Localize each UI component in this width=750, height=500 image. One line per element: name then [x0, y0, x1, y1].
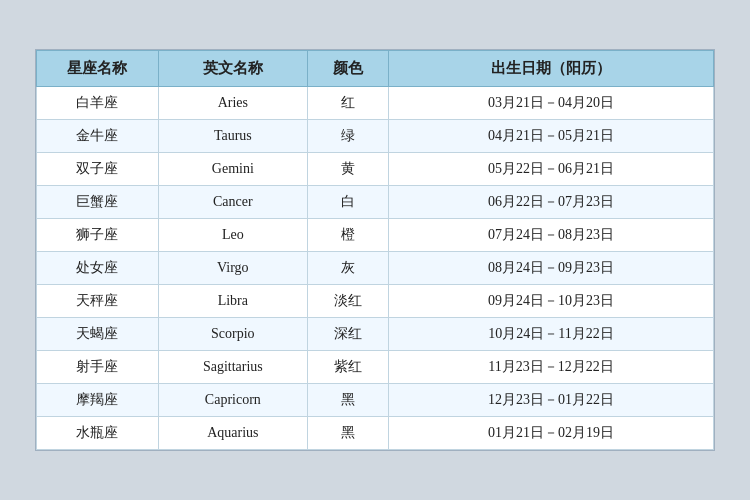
table-row: 水瓶座Aquarius黑01月21日－02月19日: [37, 417, 714, 450]
cell-english: Aries: [158, 87, 307, 120]
cell-date: 07月24日－08月23日: [389, 219, 714, 252]
cell-english: Cancer: [158, 186, 307, 219]
cell-chinese: 巨蟹座: [37, 186, 159, 219]
cell-color: 红: [307, 87, 388, 120]
cell-chinese: 摩羯座: [37, 384, 159, 417]
cell-english: Sagittarius: [158, 351, 307, 384]
cell-color: 橙: [307, 219, 388, 252]
cell-chinese: 白羊座: [37, 87, 159, 120]
table-body: 白羊座Aries红03月21日－04月20日金牛座Taurus绿04月21日－0…: [37, 87, 714, 450]
table-row: 天蝎座Scorpio深红10月24日－11月22日: [37, 318, 714, 351]
table-row: 天秤座Libra淡红09月24日－10月23日: [37, 285, 714, 318]
cell-color: 紫红: [307, 351, 388, 384]
cell-chinese: 射手座: [37, 351, 159, 384]
cell-date: 04月21日－05月21日: [389, 120, 714, 153]
table-row: 金牛座Taurus绿04月21日－05月21日: [37, 120, 714, 153]
table-row: 摩羯座Capricorn黑12月23日－01月22日: [37, 384, 714, 417]
cell-color: 白: [307, 186, 388, 219]
cell-date: 01月21日－02月19日: [389, 417, 714, 450]
cell-date: 09月24日－10月23日: [389, 285, 714, 318]
header-date: 出生日期（阳历）: [389, 51, 714, 87]
cell-chinese: 双子座: [37, 153, 159, 186]
cell-english: Leo: [158, 219, 307, 252]
header-english: 英文名称: [158, 51, 307, 87]
cell-color: 绿: [307, 120, 388, 153]
table-header-row: 星座名称 英文名称 颜色 出生日期（阳历）: [37, 51, 714, 87]
zodiac-table-container: 星座名称 英文名称 颜色 出生日期（阳历） 白羊座Aries红03月21日－04…: [35, 49, 715, 451]
table-row: 白羊座Aries红03月21日－04月20日: [37, 87, 714, 120]
table-row: 巨蟹座Cancer白06月22日－07月23日: [37, 186, 714, 219]
zodiac-table: 星座名称 英文名称 颜色 出生日期（阳历） 白羊座Aries红03月21日－04…: [36, 50, 714, 450]
cell-english: Virgo: [158, 252, 307, 285]
table-row: 双子座Gemini黄05月22日－06月21日: [37, 153, 714, 186]
cell-color: 黄: [307, 153, 388, 186]
cell-english: Aquarius: [158, 417, 307, 450]
cell-color: 淡红: [307, 285, 388, 318]
cell-date: 10月24日－11月22日: [389, 318, 714, 351]
cell-color: 黑: [307, 417, 388, 450]
cell-chinese: 天秤座: [37, 285, 159, 318]
table-row: 射手座Sagittarius紫红11月23日－12月22日: [37, 351, 714, 384]
header-color: 颜色: [307, 51, 388, 87]
table-row: 狮子座Leo橙07月24日－08月23日: [37, 219, 714, 252]
cell-english: Scorpio: [158, 318, 307, 351]
cell-chinese: 狮子座: [37, 219, 159, 252]
table-row: 处女座Virgo灰08月24日－09月23日: [37, 252, 714, 285]
cell-color: 深红: [307, 318, 388, 351]
cell-chinese: 水瓶座: [37, 417, 159, 450]
cell-date: 06月22日－07月23日: [389, 186, 714, 219]
header-chinese: 星座名称: [37, 51, 159, 87]
cell-chinese: 天蝎座: [37, 318, 159, 351]
cell-english: Gemini: [158, 153, 307, 186]
cell-date: 12月23日－01月22日: [389, 384, 714, 417]
cell-english: Taurus: [158, 120, 307, 153]
cell-english: Libra: [158, 285, 307, 318]
cell-date: 03月21日－04月20日: [389, 87, 714, 120]
cell-english: Capricorn: [158, 384, 307, 417]
cell-date: 05月22日－06月21日: [389, 153, 714, 186]
cell-chinese: 金牛座: [37, 120, 159, 153]
cell-color: 黑: [307, 384, 388, 417]
cell-chinese: 处女座: [37, 252, 159, 285]
cell-date: 08月24日－09月23日: [389, 252, 714, 285]
cell-date: 11月23日－12月22日: [389, 351, 714, 384]
cell-color: 灰: [307, 252, 388, 285]
